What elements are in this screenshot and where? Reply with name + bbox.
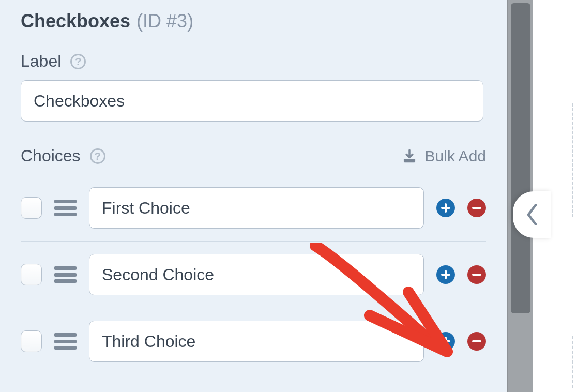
label-section-header: Label ? <box>21 52 486 71</box>
plus-icon <box>441 203 451 213</box>
choice-default-checkbox[interactable] <box>21 197 42 219</box>
minus-icon <box>472 336 482 346</box>
field-type-title: Checkboxes <box>21 10 130 32</box>
choice-default-checkbox[interactable] <box>21 330 42 352</box>
plus-icon <box>441 269 451 280</box>
remove-choice-button[interactable] <box>467 199 486 217</box>
remove-choice-button[interactable] <box>467 332 486 351</box>
collapse-panel-button[interactable] <box>513 191 551 238</box>
choice-row <box>21 308 486 374</box>
plus-icon <box>441 336 451 346</box>
chevron-left-icon <box>525 204 539 225</box>
field-id-label: (ID #3) <box>136 10 193 32</box>
choice-row <box>21 175 486 241</box>
drag-handle-icon[interactable] <box>54 333 77 350</box>
choice-label-input[interactable] <box>89 321 424 362</box>
remove-choice-button[interactable] <box>467 265 486 284</box>
label-input[interactable] <box>21 80 483 122</box>
choice-label-input[interactable] <box>89 254 424 295</box>
add-choice-button[interactable] <box>436 199 455 217</box>
choice-list <box>21 175 486 374</box>
download-icon <box>402 149 417 163</box>
drag-handle-icon[interactable] <box>54 200 77 216</box>
dashed-placeholder <box>572 103 576 217</box>
choice-row <box>21 241 486 308</box>
help-icon[interactable]: ? <box>70 54 86 69</box>
choice-default-checkbox[interactable] <box>21 264 42 285</box>
drag-handle-icon[interactable] <box>54 266 77 283</box>
label-section-title: Label <box>21 52 61 71</box>
choices-section-header: Choices ? Bulk Add <box>21 146 486 165</box>
field-header: Checkboxes (ID #3) <box>21 10 486 32</box>
field-settings-panel: Checkboxes (ID #3) Label ? Choices ? Bul… <box>0 0 507 392</box>
dashed-placeholder <box>572 336 576 388</box>
add-choice-button[interactable] <box>436 265 455 284</box>
bulk-add-label: Bulk Add <box>425 147 486 165</box>
minus-icon <box>472 203 482 213</box>
help-icon[interactable]: ? <box>90 148 105 164</box>
bulk-add-button[interactable]: Bulk Add <box>402 147 486 165</box>
choice-label-input[interactable] <box>89 187 424 229</box>
vertical-scrollbar-thumb[interactable] <box>511 3 530 313</box>
add-choice-button[interactable] <box>436 332 455 351</box>
minus-icon <box>472 269 482 280</box>
choices-section-title: Choices <box>21 146 81 165</box>
